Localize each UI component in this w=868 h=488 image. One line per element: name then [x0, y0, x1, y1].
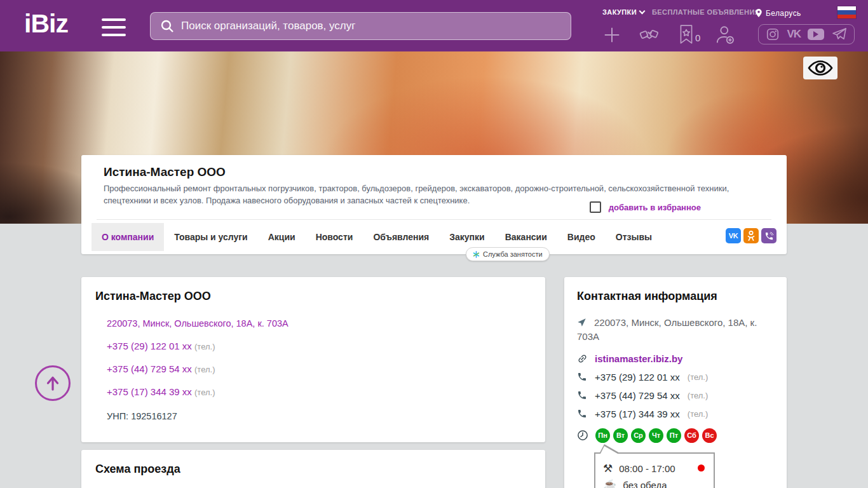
youtube-icon[interactable] [808, 29, 824, 40]
nav-purchases-label: ЗАКУПКИ [602, 8, 637, 16]
vk-icon[interactable]: VK [787, 28, 801, 41]
menu-icon[interactable] [102, 18, 126, 36]
add-to-favorites[interactable]: добавить в избранное [590, 201, 701, 213]
phone-link[interactable]: +375 (44) 729 54 xx [107, 363, 192, 374]
tab-about[interactable]: О компании [92, 223, 164, 251]
bookmarks-count[interactable]: 0 [695, 32, 700, 43]
views-button[interactable] [803, 57, 837, 79]
contact-card-title: Контактная информация [577, 290, 774, 303]
company-tabs: О компании Товары и услуги Акции Новости… [92, 223, 662, 251]
vk-icon[interactable]: VK [726, 228, 741, 243]
nav-free-ads-label: БЕСПЛАТНЫЕ ОБЪЯВЛЕНИЯ [652, 8, 760, 16]
unp-number: УНП: 192516127 [107, 411, 545, 421]
lunch-row: ☕ без обеда [603, 478, 706, 488]
region-selector[interactable]: Беларусь [755, 8, 801, 18]
clock-icon [577, 430, 588, 441]
working-days-row: Пн Вт Ср Чт Пт Сб Вс [577, 428, 774, 443]
work-time: 08:00 - 17:00 [619, 463, 675, 474]
nav-purchases[interactable]: ЗАКУПКИ [602, 8, 644, 16]
phone-row: +375 (17) 344 39 xx (тел.) [107, 386, 545, 397]
day-badge-wed[interactable]: Ср [631, 428, 646, 443]
day-badge-fri[interactable]: Пт [667, 428, 681, 443]
popup-tail [599, 444, 621, 454]
favorite-label: добавить в избранное [609, 203, 701, 212]
website-row: istinamaster.ibiz.by [577, 353, 774, 364]
phone-row: +375 (29) 122 01 xx (тел.) [107, 341, 545, 351]
header-social-links: VK [758, 24, 855, 44]
divider [97, 219, 771, 220]
map-card-title: Схема проезда [95, 463, 545, 476]
phone-link[interactable]: +375 (29) 122 01 xx [107, 341, 192, 351]
tab-ads[interactable]: Объявления [363, 223, 439, 251]
chevron-down-icon [639, 8, 646, 15]
day-badge-mon[interactable]: Пн [595, 428, 610, 443]
lunch-label: без обеда [623, 480, 667, 488]
phone-type-label: (тел.) [688, 372, 708, 382]
navigate-icon [577, 318, 587, 327]
tab-reviews[interactable]: Отзывы [606, 223, 662, 251]
day-badge-sat[interactable]: Сб [684, 428, 699, 443]
about-company-card: Истина-Мастер ООО 220073, Минск, Ольшевс… [81, 277, 545, 442]
search-bar [150, 12, 571, 40]
phone-row: +375 (44) 729 54 xx (тел.) [107, 363, 545, 374]
phone-number: +375 (29) 122 01 xx [595, 372, 680, 383]
phone-type-label: (тел.) [688, 391, 708, 400]
phone-number: +375 (17) 344 39 xx [595, 409, 680, 419]
about-card-title: Истина-Мастер ООО [95, 290, 545, 303]
bookmark-icon[interactable] [678, 24, 695, 44]
tab-products[interactable]: Товары и услуги [164, 223, 257, 251]
russian-flag-icon[interactable] [837, 6, 856, 18]
eye-icon [808, 60, 833, 76]
employment-service-icon [473, 251, 480, 258]
header: iBiz ЗАКУПКИ БЕСПЛАТНЫЕ ОБЪЯВЛЕНИЯ Белар… [0, 0, 868, 51]
day-badge-tue[interactable]: Вт [613, 428, 628, 443]
working-hours-popup: ⚒ 08:00 - 17:00 ☕ без обеда [594, 452, 715, 488]
favorite-checkbox[interactable] [590, 201, 601, 213]
phone-type-label: (тел.) [194, 342, 215, 351]
search-icon [159, 18, 175, 34]
scroll-to-top-button[interactable] [35, 365, 71, 401]
contact-info-card: Контактная информация 220073, Минск, Оль… [564, 277, 787, 488]
company-title: Истина-Мастер ООО [104, 165, 787, 179]
partners-handshake-icon[interactable] [637, 25, 661, 44]
tab-news[interactable]: Новости [306, 223, 363, 251]
tab-video[interactable]: Видео [557, 223, 606, 251]
add-company-icon[interactable] [602, 25, 621, 44]
region-label: Беларусь [766, 9, 801, 18]
company-address-link[interactable]: 220073, Минск, Ольшевского, 18А, к. 703А [107, 318, 545, 329]
telegram-icon[interactable] [832, 27, 847, 41]
phone-type-label: (тел.) [194, 365, 215, 374]
employment-service-tooltip: Служба занятости [466, 247, 550, 261]
website-link[interactable]: istinamaster.ibiz.by [595, 353, 682, 364]
company-header-card: Истина-Мастер ООО Профессиональный ремон… [81, 155, 787, 254]
map-card: Схема проезда [81, 450, 545, 488]
tools-icon: ⚒ [603, 462, 613, 475]
phone-type-label: (тел.) [194, 388, 215, 397]
logo[interactable]: iBiz [24, 9, 68, 39]
tab-promos[interactable]: Акции [258, 223, 306, 251]
phone-link[interactable]: +375 (17) 344 39 xx [107, 386, 192, 397]
company-social-links: VK [726, 228, 776, 243]
viber-icon[interactable] [761, 228, 776, 243]
contact-address: 220073, Минск, Ольшевского, 18А, к. 703А [577, 316, 774, 344]
link-icon [574, 351, 590, 366]
status-dot [698, 464, 705, 471]
phone-icon [577, 409, 587, 419]
nav-free-ads[interactable]: БЕСПЛАТНЫЕ ОБЪЯВЛЕНИЯ [652, 8, 760, 16]
cup-icon: ☕ [603, 478, 616, 488]
add-user-icon[interactable] [714, 24, 736, 46]
contact-address-text: 220073, Минск, Ольшевского, 18А, к. 703А [577, 317, 757, 342]
phone-row: +375 (29) 122 01 xx (тел.) [577, 372, 774, 383]
phone-row: +375 (44) 729 54 xx (тел.) [577, 390, 774, 401]
scroll-top-icon [43, 374, 62, 393]
instagram-icon[interactable] [766, 27, 780, 41]
phone-icon [577, 372, 587, 382]
work-time-row: ⚒ 08:00 - 17:00 [603, 462, 706, 475]
day-badges: Пн Вт Ср Чт Пт Сб Вс [595, 428, 717, 443]
phone-icon [577, 390, 587, 400]
odnoklassniki-icon[interactable] [743, 228, 759, 243]
day-badge-sun[interactable]: Вс [702, 428, 717, 443]
phone-type-label: (тел.) [688, 409, 708, 419]
search-input[interactable] [181, 20, 562, 32]
day-badge-thu[interactable]: Чт [649, 428, 663, 443]
